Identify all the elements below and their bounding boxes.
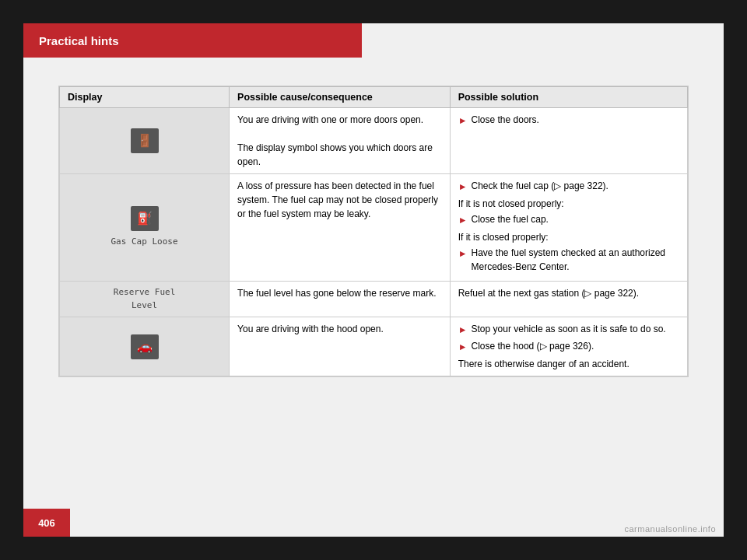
solution-cell-door: ► Close the doors. bbox=[450, 108, 687, 174]
display-cell-hood: 🚗 bbox=[60, 317, 230, 376]
bullet-arrow-icon: ► bbox=[458, 180, 468, 194]
col-solution: Possible solution bbox=[450, 87, 687, 108]
accident-warning: There is otherwise danger of an accident… bbox=[458, 357, 679, 371]
hood-icon: 🚗 bbox=[68, 334, 221, 359]
solution-bullet: ► Have the fuel system checked at an aut… bbox=[458, 246, 679, 274]
cause-cell-gas: A loss of pressure has been detected in … bbox=[230, 174, 451, 282]
solution-bullet: ► Close the fuel cap. bbox=[458, 212, 679, 227]
solution-bullet: ► Check the fuel cap (▷ page 322). bbox=[458, 179, 679, 194]
bullet-arrow-icon: ► bbox=[458, 340, 468, 354]
table-row: Reserve FuelLevel The fuel level has gon… bbox=[60, 282, 688, 317]
watermark: carmanualsonline.info bbox=[624, 524, 716, 534]
bullet-arrow-icon: ► bbox=[458, 114, 468, 128]
main-table-container: Display Possible cause/consequence Possi… bbox=[58, 86, 689, 377]
col-display: Display bbox=[60, 87, 230, 108]
solution-bullet: ► Close the doors. bbox=[458, 113, 679, 128]
header-bar: Practical hints bbox=[23, 23, 362, 58]
cause-cell-hood: You are driving with the hood open. bbox=[230, 317, 451, 376]
bullet-arrow-icon: ► bbox=[458, 213, 468, 227]
display-cell-gas: ⛽ Gas Cap Loose bbox=[60, 174, 230, 282]
fuel-icon: ⛽ bbox=[68, 206, 221, 231]
solution-bullet: ► Stop your vehicle as soon as it is saf… bbox=[458, 322, 679, 337]
solution-cell-gas: ► Check the fuel cap (▷ page 322). If it… bbox=[450, 174, 687, 282]
solution-bullet-close-hood: ► Close the hood (▷ page 326). bbox=[458, 339, 679, 354]
gas-cap-label: Gas Cap Loose bbox=[68, 236, 221, 249]
door-icon: 🚪 bbox=[68, 128, 221, 153]
page-title: Practical hints bbox=[39, 34, 119, 47]
table-row: 🚪 You are driving with one or more doors… bbox=[60, 108, 688, 174]
cause-cell-door: You are driving with one or more doors o… bbox=[230, 108, 451, 174]
solution-cell-reserve: Refuel at the next gas station (▷ page 3… bbox=[450, 282, 687, 317]
bullet-arrow-icon: ► bbox=[458, 247, 468, 261]
table-header-row: Display Possible cause/consequence Possi… bbox=[60, 87, 688, 108]
table-row: 🚗 You are driving with the hood open. ► … bbox=[60, 317, 688, 376]
table-row: ⛽ Gas Cap Loose A loss of pressure has b… bbox=[60, 174, 688, 282]
col-cause: Possible cause/consequence bbox=[230, 87, 451, 108]
cause-cell-reserve: The fuel level has gone below the reserv… bbox=[230, 282, 451, 317]
bullet-arrow-icon: ► bbox=[458, 323, 468, 337]
page-number-box: 406 bbox=[23, 509, 70, 537]
display-cell-door: 🚪 bbox=[60, 108, 230, 174]
hints-table: Display Possible cause/consequence Possi… bbox=[59, 86, 688, 376]
display-cell-reserve: Reserve FuelLevel bbox=[60, 282, 230, 317]
page-number: 406 bbox=[38, 517, 55, 529]
solution-cell-hood: ► Stop your vehicle as soon as it is saf… bbox=[450, 317, 687, 376]
reserve-fuel-label: Reserve FuelLevel bbox=[68, 286, 221, 312]
